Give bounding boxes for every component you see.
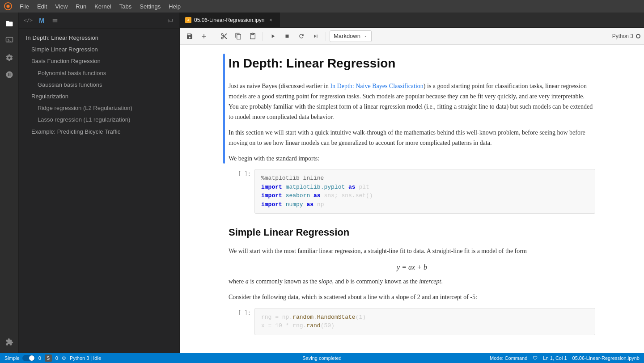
notebook-area: J 05.06-Linear-Regression.ipyn × <box>180 13 644 353</box>
menu-file[interactable]: File <box>16 2 33 11</box>
content-p6: Consider the following data, which is sc… <box>229 292 595 302</box>
mod-numpy: numpy <box>286 201 303 208</box>
cell-type-label: Markdown <box>334 33 360 39</box>
cell-prompt-2: [ ]: <box>229 308 251 316</box>
extensions-icon[interactable] <box>2 334 17 350</box>
stop-btn[interactable] <box>281 30 293 42</box>
restart-run-btn[interactable] <box>309 30 322 42</box>
toc-item-3[interactable]: Polynomial basis functions <box>19 68 179 79</box>
toc-item-1[interactable]: Simple Linear Regression <box>19 44 179 55</box>
markdown-content-1: In Depth: Linear Regression Just as naiv… <box>229 54 595 164</box>
func-rand: rand <box>306 322 320 329</box>
cell-markdown-1: In Depth: Linear Regression Just as naiv… <box>229 54 595 164</box>
stop-icon[interactable] <box>2 67 17 82</box>
notebook-tab[interactable]: J 05.06-Linear-Regression.ipyn × <box>180 13 280 27</box>
magic-cmd: %matplotlib inline <box>261 175 324 182</box>
code-line-3: import seaborn as sns; sns.set() <box>261 191 589 200</box>
status-left: Simple 0 S 0 ⚙ Python 3 | Idle <box>4 355 101 362</box>
menu-kernel[interactable]: Kernel <box>91 2 115 11</box>
content-p3: We begin with the standard imports: <box>229 153 595 164</box>
menu-edit[interactable]: Edit <box>34 2 51 11</box>
python-indicator: Python 3 <box>612 33 640 39</box>
toggle-thumb <box>29 355 34 361</box>
status-gear: ⚙ <box>62 355 66 361</box>
status-s-indicator: S <box>45 355 52 362</box>
tab-icon: J <box>185 17 191 23</box>
code-line-2: import matplotlib.pyplot as plt <box>261 183 589 192</box>
content-h1: In Depth: Linear Regression <box>229 54 595 74</box>
toc-item-4[interactable]: Gaussian basis functions <box>19 79 179 91</box>
var-b: b <box>346 278 349 285</box>
kw-as3: as <box>306 201 314 208</box>
toolbar-separator-1 <box>214 32 214 41</box>
kw-import2: import <box>261 192 282 199</box>
code-block-1[interactable]: %matplotlib inline import matplotlib.pyp… <box>254 169 595 214</box>
mod-seaborn: seaborn <box>286 192 310 199</box>
notebook-content[interactable]: In Depth: Linear Regression Just as naiv… <box>180 45 644 353</box>
content-p5: where a is commonly known as the slope, … <box>229 276 595 287</box>
settings-icon[interactable] <box>2 50 17 65</box>
content-p2: In this section we will start with a qui… <box>229 127 595 148</box>
save-btn[interactable] <box>183 30 196 42</box>
toc-item-0[interactable]: In Depth: Linear Regression <box>19 32 179 44</box>
cell-type-dropdown[interactable]: Markdown <box>330 30 372 42</box>
menu-help[interactable]: Help <box>165 2 184 11</box>
toc-toolbar: </> M 🏷 <box>19 13 179 29</box>
add-cell-btn[interactable] <box>198 30 210 42</box>
kernel-status-circle <box>636 34 640 38</box>
toc-tag-btn[interactable]: 🏷 <box>164 15 176 26</box>
kw-import3: import <box>261 201 282 208</box>
cell-area: In Depth: Linear Regression Just as naiv… <box>211 45 613 351</box>
term-slope: slope <box>319 278 332 285</box>
menu-run[interactable]: Run <box>72 2 90 11</box>
kw-as1: as <box>348 184 356 190</box>
mod-matplotlib: matplotlib.pyplot <box>286 184 345 190</box>
toolbar-separator-2 <box>263 32 263 41</box>
menu-settings[interactable]: Settings <box>136 2 164 11</box>
run-btn[interactable] <box>267 30 279 42</box>
notebook-toolbar: Markdown Python 3 <box>180 28 644 45</box>
naive-bayes-link[interactable]: In Depth: Naive Bayes Classification <box>330 83 423 89</box>
toc-markdown-btn[interactable]: M <box>36 15 47 26</box>
toc-panel: </> M 🏷 In Depth: Linear Regression Simp… <box>19 13 180 353</box>
toc-list-btn[interactable] <box>49 15 61 26</box>
status-count-2: 0 <box>55 355 58 361</box>
code2-line-1: rng = np.random.RandomState(1) <box>261 313 589 322</box>
cut-btn[interactable] <box>218 30 230 42</box>
toc-item-6[interactable]: Ridge regression (L2 Regularization) <box>19 102 179 114</box>
cell-prompt-1: [ ]: <box>229 169 251 177</box>
content-p1: Just as naive Bayes (discussed earlier i… <box>229 81 595 122</box>
copy-btn[interactable] <box>232 30 245 42</box>
toc-item-7[interactable]: Lasso regression (L1 regularization) <box>19 114 179 126</box>
svg-point-1 <box>6 4 9 8</box>
menu-view[interactable]: View <box>51 2 71 11</box>
toc-item-2[interactable]: Basis Function Regression <box>19 55 179 67</box>
statusbar: Simple 0 S 0 ⚙ Python 3 | Idle Saving co… <box>0 353 644 363</box>
var-a: a <box>246 278 249 285</box>
menu-tabs[interactable]: Tabs <box>116 2 135 11</box>
code-cell-1: [ ]: %matplotlib inline import matplotli… <box>229 169 595 214</box>
cell-active-indicator <box>223 54 225 164</box>
paste-btn[interactable] <box>246 30 259 42</box>
code-block-2[interactable]: rng = np.random.RandomState(1) x = 10 * … <box>254 308 595 335</box>
code-cell-2: [ ]: rng = np.random.RandomState(1) x = … <box>229 308 595 335</box>
toggle-track[interactable] <box>22 355 35 361</box>
func-random: random <box>292 314 314 321</box>
p1-text-before: Just as naive Bayes (discussed earlier i… <box>229 83 330 89</box>
running-icon[interactable] <box>2 33 17 48</box>
toc-item-8[interactable]: Example: Predicting Bicycle Traffic <box>19 126 179 138</box>
simple-mode-toggle[interactable]: Simple <box>4 355 35 361</box>
mode-status: Mode: Command <box>490 355 527 361</box>
toc-item-5[interactable]: Regularization <box>19 91 179 102</box>
restart-btn[interactable] <box>295 30 308 42</box>
status-count-1: 0 <box>38 355 41 361</box>
toc-code-btn[interactable]: </> <box>22 15 34 26</box>
shield-icon: 🛡 <box>533 355 538 361</box>
python-label: Python 3 <box>612 33 633 39</box>
func-randomstate: RandomState <box>317 314 356 321</box>
tab-close-btn[interactable]: × <box>267 17 274 24</box>
python-status: Python 3 | Idle <box>70 355 101 361</box>
content-h2: Simple Linear Regression <box>229 224 595 240</box>
notebook-filename: 05.06-Linear-Regression.ipynb <box>572 355 640 361</box>
files-icon[interactable] <box>2 16 17 31</box>
